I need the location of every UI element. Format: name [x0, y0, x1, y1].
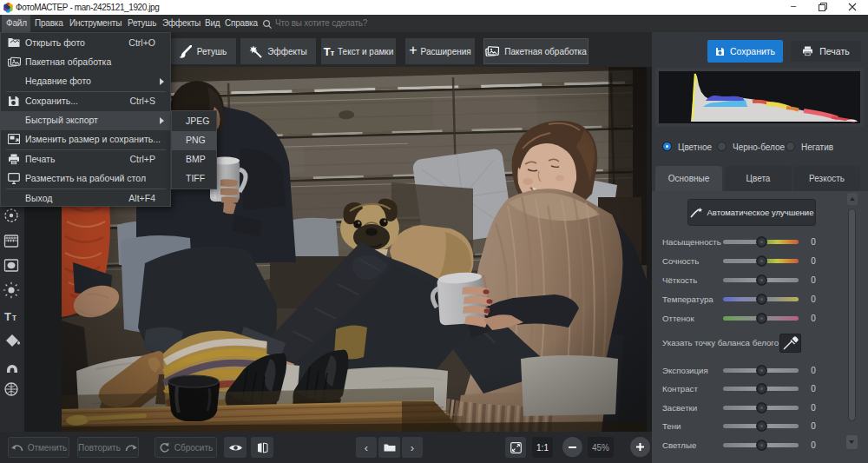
svg-text:т: т: [12, 313, 16, 322]
svg-text:T: T: [4, 310, 11, 323]
